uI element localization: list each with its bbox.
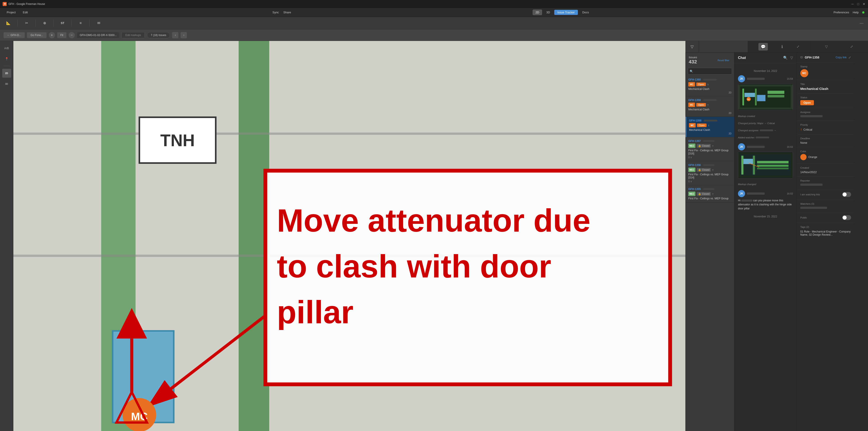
issue-tracker-btn[interactable]: Issue Tracker [554,10,578,15]
mode-3d-btn[interactable]: 3D [543,9,553,15]
watching-toggle[interactable] [842,192,851,197]
mail-tool-btn[interactable]: ✉ [95,19,103,27]
svg-rect-56 [757,165,788,167]
detail-expand-icon[interactable]: ⤢ [850,44,853,49]
drawing-area[interactable]: TNH ATT Move attenuator due to clash wit… [13,41,685,431]
issue-item-1356[interactable]: GFH-1356 MEC 🔒 Closed ↑ First Fix - Ceil… [686,161,734,185]
toolbar-divider-2 [35,20,36,27]
svg-rect-54 [744,159,753,164]
svg-rect-43 [744,93,755,97]
filter-icon[interactable]: ▽ [690,44,694,49]
priority-value: Critical [803,128,812,131]
info-icon[interactable]: ℹ [781,44,783,49]
sidebar-3d-tool[interactable]: 3D [2,79,11,88]
overflow-menu-btn[interactable]: ⋯ [860,21,864,26]
help-link[interactable]: Help [852,11,859,14]
edit-markups-btn[interactable]: Edit markups [122,32,145,38]
sidebar-2d-tool[interactable]: 2D [2,69,11,78]
user-name-blur-2 [747,146,765,148]
stamp-tool-btn[interactable]: ST [59,19,67,27]
svg-text:to clash with door: to clash with door [277,248,551,285]
chat-search-icon[interactable]: 🔍 [783,56,787,60]
add-tool-btn[interactable]: ⊕ [40,19,49,27]
next-issue-btn[interactable]: › [181,32,187,38]
zoom-out-btn[interactable]: − [69,32,75,38]
copy-link-btn[interactable]: Copy link [836,56,847,59]
right-panels: ▽ 💬 ℹ ⤢ ▽ ⤢ Issues 432 [685,41,868,431]
maximize-btn[interactable]: □ [857,2,859,6]
zoom-in-btn[interactable]: + [49,32,55,38]
drawing-svg: TNH ATT Move attenuator due to clash wit… [13,41,685,431]
reporter-value-blur [800,184,823,186]
search-icon: 🔍 [690,70,693,73]
prev-issue-btn[interactable]: ‹ [172,32,178,38]
issue-item-1355[interactable]: GFH-1355 MEC 🔒 Closed ↑ First Fix - Ceil… [686,185,734,202]
issue-item-1358[interactable]: GFH-1358 MC Open ↑ Mechanical Clash 2D [686,117,734,137]
avatar-jk-1: JK [738,75,745,82]
menu-edit[interactable]: Edit [20,10,31,15]
mode-2d-btn[interactable]: 2D [533,9,542,15]
forward-nav-btn[interactable]: Go Forw... [27,32,46,38]
titlebar: ⚙ GFH - Google Freeman House ─ □ ✕ [0,0,868,8]
expand-icon[interactable]: ⤢ [797,44,799,49]
color-dot [800,154,807,160]
menu-project[interactable]: Project [4,10,19,15]
navbar: ← GFH-D... Go Forw... + Fit − GFH-DMG-01… [0,29,868,41]
docs-btn[interactable]: Docs [579,10,592,15]
svg-rect-52 [741,156,743,175]
up-arrow-1359: ↑ [707,103,709,107]
reporter-label: Reporter [800,179,851,182]
issues-label: Issues [689,56,697,59]
chat-bubble-icon[interactable]: 💬 [758,43,768,51]
assignee-value-blur [800,115,823,117]
status-closed-1355: 🔒 Closed [697,192,711,196]
detail-filter-icon[interactable]: ▽ [825,44,828,49]
issues-search-input[interactable] [688,68,732,74]
issue-name-1356: First Fix - Ceilings vs. MEP Group [314] [688,173,732,179]
public-toggle[interactable] [842,215,851,220]
deadline-label: Deadline [800,137,851,140]
mc-tag-1359: MC [688,103,695,107]
msg-time-1559: 15:59 [787,77,793,80]
back-nav-btn[interactable]: ← GFH-D... [4,32,25,38]
app-logo: ⚙ [3,2,7,6]
svg-text:TNH: TNH [160,131,195,150]
issue-item-1360[interactable]: GFH-1360 MC Open ↑ Mechanical Clash 2D [686,76,734,96]
sidebar-text-tool[interactable]: A/B [2,44,11,53]
issue-item-1357[interactable]: GFH-1357 MEC 🔒 Closed ↑ First Fix - Ceil… [686,137,734,161]
up-arrow-1355: ↑ [712,192,714,196]
layers-tool-btn[interactable]: ≡ [76,19,85,27]
issue-row-1359: MC Open ↑ [688,103,732,107]
svg-rect-45 [768,91,784,94]
issue-row-1357: MEC 🔒 Closed ↑ [688,143,732,148]
close-btn[interactable]: ✕ [863,2,865,6]
tool-group-left: 📐 [4,19,12,27]
sidebar-pin-tool[interactable]: 📍 [2,54,11,63]
issues-count-badge[interactable]: 7 (18) Issues [147,32,170,38]
fit-btn[interactable]: Fit [57,32,66,38]
detail-id-value: GFH-1358 [805,56,819,59]
issue-item-1359[interactable]: GFH-1359 MC Open ↑ Mechanical Clash 2D [686,96,734,117]
measure-tool-btn[interactable]: 📐 [4,19,12,27]
external-link-icon[interactable]: ⤢ [848,56,851,59]
mc-tag-1360: MC [688,82,695,87]
svg-text:pillar: pillar [277,294,353,330]
chat-msg-image-2 [738,152,793,178]
chat-system-watcher-added: Added watcher: [738,136,793,139]
cut-tool-btn[interactable]: ✂ [23,19,31,27]
priority-badge: ↑ Critical [800,128,812,132]
preferences-link[interactable]: Preferences [834,11,849,14]
menu-sync[interactable]: Sync [272,11,279,14]
issues-panel: Issues 432 Reset filter 🔍 GFH-1360 [685,53,734,431]
title-label: Title [800,83,851,86]
toolbar: 📐 ✂ ⊕ ST ≡ ✉ ⋯ [0,17,868,29]
mc-tag-1358: MC [689,123,696,128]
menu-share[interactable]: Share [283,11,291,14]
chat-msg-jk-1602-img: JK 16:02 [738,143,793,178]
main-content: A/B 📍 2D 3D [0,41,868,431]
chat-filter-icon[interactable]: ▽ [790,56,793,60]
status-open-1358: Open [697,124,707,127]
reset-filter-btn[interactable]: Reset filter [716,58,731,63]
window-controls[interactable]: ─ □ ✕ [851,2,865,6]
minimize-btn[interactable]: ─ [851,2,854,6]
